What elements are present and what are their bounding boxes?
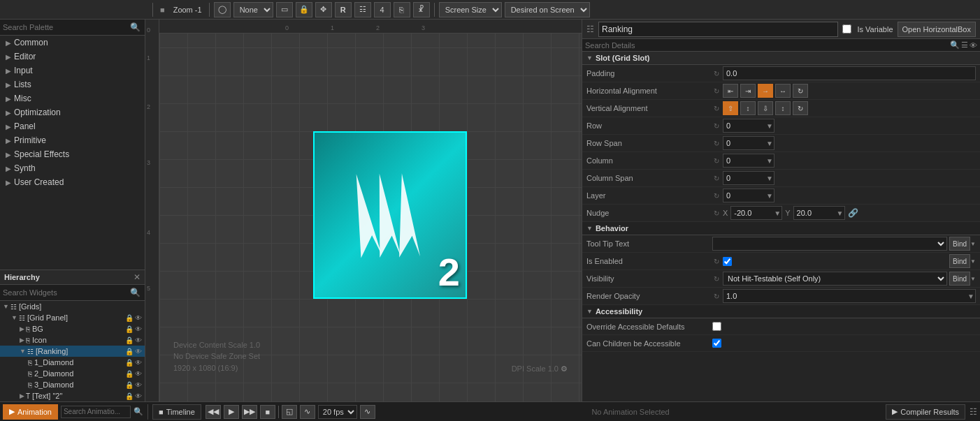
is-variable-checkbox[interactable] [842, 24, 851, 34]
palette-item-special-effects[interactable]: ▶ Special Effects [0, 147, 145, 161]
behavior-section-header[interactable]: ▼ Behavior [582, 222, 980, 235]
toolbar-rect-btn[interactable]: ▭ [276, 2, 293, 17]
anim-frame-btn[interactable]: ◱ [282, 405, 297, 419]
right-eye-btn[interactable]: 👁 [970, 40, 977, 50]
hierarchy-search-icon[interactable]: 🔍 [129, 286, 142, 299]
anim-search-icon-btn[interactable]: 🔍 [134, 407, 143, 416]
hier-item-ranking[interactable]: ▼ ☷ [Ranking] 🔒 👁 [0, 346, 145, 357]
toolbar-wave-btn[interactable]: ☧ [413, 2, 430, 17]
halign-right-btn[interactable]: → [758, 84, 773, 98]
visibility-select[interactable]: Not Hit-Testable (Self Only) [723, 272, 947, 286]
slot-section-header[interactable]: ▼ Slot (Grid Slot) [582, 52, 980, 65]
hier-item-icon[interactable]: ▶ ⎘ Icon 🔒 👁 [0, 334, 145, 346]
children-accessible-checkbox[interactable] [712, 339, 721, 348]
column-stepper-btn[interactable]: ▼ [765, 157, 774, 165]
open-horizontal-box-btn[interactable]: Open HorizontalBox [898, 22, 976, 37]
nudge-x-input[interactable] [731, 208, 773, 218]
halign-custom-btn[interactable]: ↻ [793, 84, 808, 98]
columnspan-input[interactable] [723, 173, 765, 183]
layer-input[interactable] [723, 191, 765, 200]
columnspan-reset-btn[interactable]: ↻ [712, 175, 721, 182]
search-palette-input[interactable] [3, 23, 129, 31]
tooltip-select[interactable] [712, 237, 947, 251]
nudge-y-stepper[interactable]: ▼ [836, 209, 844, 217]
hier-item-grids[interactable]: ▼ ☷ [Grids] [0, 301, 145, 312]
palette-item-primitive[interactable]: ▶ Primitive [0, 133, 145, 147]
halign-fill-btn[interactable]: ↔ [775, 84, 791, 98]
padding-input[interactable] [723, 66, 976, 80]
visibility-bind-btn[interactable]: Bind [949, 272, 970, 286]
layer-reset-btn[interactable]: ↻ [712, 192, 721, 200]
nudge-reset-btn[interactable]: ↻ [712, 209, 721, 217]
anim-play-btn[interactable]: ▶ [224, 405, 239, 419]
anim-stop-btn[interactable]: ■ [260, 405, 275, 419]
nudge-x-stepper[interactable]: ▼ [773, 209, 781, 217]
isenabled-reset-btn[interactable]: ↻ [712, 258, 721, 265]
valign-bottom-btn[interactable]: ⇩ [758, 101, 773, 115]
toolbar-grid-btn[interactable]: ☷ [354, 2, 371, 17]
palette-item-misc[interactable]: ▶ Misc [0, 91, 145, 105]
opacity-input[interactable] [723, 291, 967, 301]
row-input[interactable] [723, 121, 765, 131]
search-palette-icon[interactable]: 🔍 [129, 21, 142, 34]
row-stepper-btn[interactable]: ▼ [765, 122, 774, 130]
hier-item-1diamond[interactable]: ⎘ 1_Diamond 🔒 👁 [0, 357, 145, 368]
hier-item-grid-panel[interactable]: ▼ ☷ [Grid Panel] 🔒 👁 [0, 312, 145, 323]
palette-item-synth[interactable]: ▶ Synth [0, 161, 145, 175]
desired-on-screen-select[interactable]: Desired on Screen [505, 2, 590, 17]
none-select[interactable]: None [233, 2, 273, 17]
palette-item-panel[interactable]: ▶ Panel [0, 119, 145, 133]
right-search-input[interactable] [585, 41, 950, 50]
nudge-y-input[interactable] [794, 208, 836, 218]
fps-select[interactable]: 20 fps [318, 405, 357, 419]
halign-reset-btn[interactable]: ↻ [712, 87, 721, 95]
rowspan-input[interactable] [723, 138, 765, 148]
valign-custom-btn[interactable]: ↻ [793, 101, 808, 115]
hier-item-2diamond[interactable]: ⎘ 2_Diamond 🔒 👁 [0, 368, 145, 379]
opacity-reset-btn[interactable]: ↻ [712, 293, 721, 300]
hier-item-3diamond[interactable]: ⎘ 3_Diamond 🔒 👁 [0, 379, 145, 390]
anim-search-input[interactable] [61, 406, 131, 418]
toolbar-circle-btn[interactable]: ◯ [214, 2, 231, 17]
palette-item-user-created[interactable]: ▶ User Created [0, 175, 145, 189]
canvas-dpi-settings-btn[interactable]: ⚙ [561, 364, 568, 374]
right-view-list-btn[interactable]: ☰ [961, 40, 968, 50]
screen-size-select[interactable]: Screen Size [439, 2, 502, 17]
halign-center-btn[interactable]: ⇥ [740, 84, 756, 98]
palette-item-editor[interactable]: ▶ Editor [0, 50, 145, 64]
column-reset-btn[interactable]: ↻ [712, 157, 721, 165]
hier-item-text2[interactable]: ▶ T [Text] "2" 🔒 👁 [0, 390, 145, 401]
tooltip-bind-btn[interactable]: Bind [949, 237, 970, 251]
canvas-viewport[interactable]: 0 1 2 3 [159, 20, 582, 401]
toolbar-image-btn[interactable]: ⎘ [394, 2, 410, 17]
valign-top-btn[interactable]: ⇧ [723, 101, 738, 115]
isenabled-bind-btn[interactable]: Bind [949, 254, 970, 268]
timeline-tab[interactable]: ■ Timeline [152, 404, 201, 420]
palette-item-common[interactable]: ▶ Common [0, 36, 145, 50]
palette-item-optimization[interactable]: ▶ Optimization [0, 105, 145, 119]
columnspan-stepper-btn[interactable]: ▼ [765, 175, 774, 182]
hierarchy-close-btn[interactable]: ✕ [134, 272, 140, 282]
bottom-right-icon[interactable]: ☷ [970, 407, 977, 417]
animation-tab[interactable]: ▶ Animation [3, 404, 58, 420]
toolbar-r-btn[interactable]: R [335, 2, 352, 17]
isenabled-checkbox[interactable] [723, 257, 732, 266]
valign-reset-btn[interactable]: ↻ [712, 105, 721, 112]
valign-center-btn[interactable]: ↕ [740, 101, 756, 115]
layer-stepper-btn[interactable]: ▼ [765, 192, 774, 200]
anim-next-btn[interactable]: ▶▶ [242, 405, 257, 419]
toolbar-4-btn[interactable]: 4 [374, 2, 391, 17]
nudge-link-btn[interactable]: 🔗 [848, 208, 858, 218]
rowspan-stepper-btn[interactable]: ▼ [765, 140, 774, 147]
override-accessible-checkbox[interactable] [712, 322, 721, 331]
right-panel-title-input[interactable] [598, 22, 838, 37]
canvas-widget[interactable]: 2 [313, 131, 467, 299]
column-input[interactable] [723, 156, 765, 165]
valign-fill-btn[interactable]: ↕ [775, 101, 791, 115]
padding-reset-btn[interactable]: ↻ [712, 70, 721, 77]
right-search-icon-btn[interactable]: 🔍 [950, 40, 960, 50]
toolbar-lock-btn[interactable]: 🔒 [296, 2, 312, 17]
halign-left-btn[interactable]: ⇤ [723, 84, 738, 98]
hier-item-bg[interactable]: ▶ ⎘ BG 🔒 👁 [0, 323, 145, 334]
opacity-stepper-btn[interactable]: ▼ [967, 293, 975, 300]
